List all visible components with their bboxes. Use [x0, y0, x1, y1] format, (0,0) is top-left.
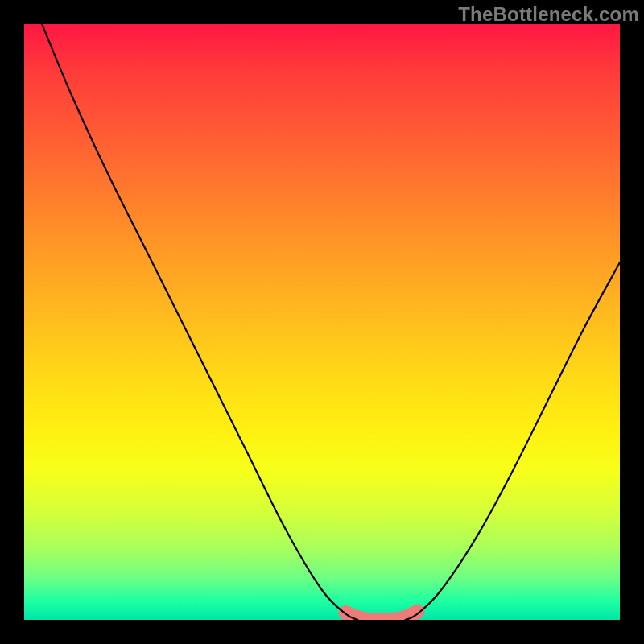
plot-area	[24, 24, 620, 620]
left-curve-path	[42, 24, 357, 620]
watermark-text: TheBottleneck.com	[458, 3, 639, 26]
curves-svg	[24, 24, 620, 620]
right-curve-path	[406, 262, 620, 620]
chart-frame: TheBottleneck.com	[0, 0, 644, 644]
